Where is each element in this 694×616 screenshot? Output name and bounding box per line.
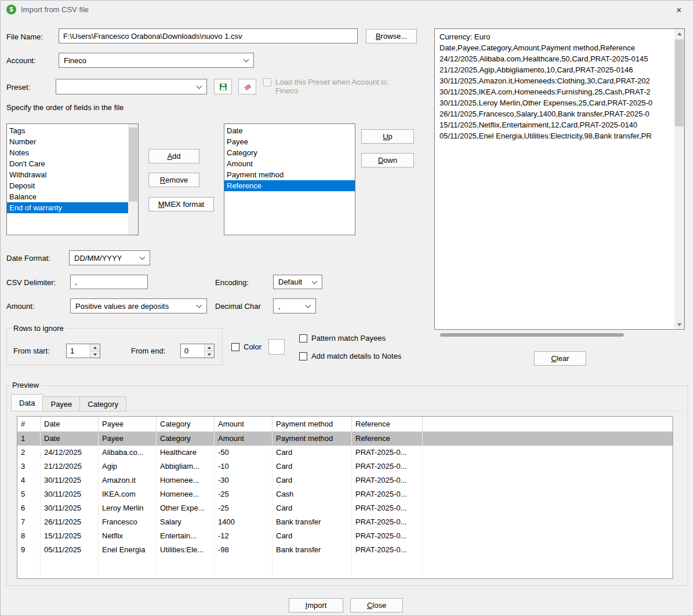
available-field-item[interactable]: Withdrawal	[7, 169, 128, 180]
chosen-field-item[interactable]: Payee	[224, 136, 355, 147]
spin-down-button[interactable]	[90, 351, 100, 358]
table-cell	[157, 557, 215, 578]
amount-dropdown[interactable]: Positive values are deposits	[70, 298, 207, 314]
add-match-details-label: Add match details to Notes	[311, 352, 401, 360]
scrollbar-thumb[interactable]	[129, 127, 137, 202]
add-button[interactable]: Add	[148, 149, 199, 163]
table-cell: 30/11/2025	[41, 487, 99, 501]
column-header[interactable]: Payment method	[272, 417, 352, 431]
up-button[interactable]: Up	[361, 129, 414, 144]
date-format-dropdown[interactable]: DD/MM/YYYY	[69, 250, 150, 265]
available-fields-scrollbar[interactable]	[128, 124, 138, 235]
mmex-format-button[interactable]: MMEX format	[148, 197, 214, 212]
account-dropdown[interactable]: Fineco	[59, 53, 254, 68]
chevron-down-icon	[197, 302, 202, 308]
save-preset-button[interactable]	[214, 79, 232, 94]
column-header[interactable]: Category	[157, 417, 215, 431]
table-header-row[interactable]: #DatePayeeCategoryAmountPayment methodRe…	[17, 417, 673, 432]
csv-preview-scrollbar[interactable]	[674, 29, 684, 329]
spin-down-button[interactable]	[204, 351, 214, 358]
table-cell: Payment method	[272, 432, 352, 446]
csv-delimiter-input[interactable]	[71, 275, 147, 289]
spin-up-button[interactable]	[90, 344, 100, 351]
file-name-field-wrap	[59, 28, 358, 43]
available-field-item[interactable]: Balance	[7, 191, 128, 202]
table-cell	[17, 557, 41, 578]
table-row[interactable]: 224/12/2025Alibaba.co...Healthcare-50Car…	[17, 446, 673, 460]
scroll-up-icon[interactable]	[674, 29, 684, 38]
chevron-down-icon	[197, 83, 202, 89]
tab-category[interactable]: Category	[80, 396, 126, 411]
clear-preset-button[interactable]	[238, 79, 256, 94]
table-row[interactable]: 726/11/2025FrancescoSalary1400Bank trans…	[17, 515, 673, 529]
chosen-field-item[interactable]: Date	[224, 125, 355, 136]
available-field-item[interactable]: Tags	[7, 125, 128, 136]
scrollbar-thumb[interactable]	[675, 39, 684, 126]
from-start-stepper[interactable]	[66, 344, 100, 358]
spin-up-button[interactable]	[204, 344, 214, 351]
eraser-icon	[243, 82, 252, 92]
encoding-dropdown[interactable]: Default	[273, 275, 322, 289]
file-name-input[interactable]	[59, 29, 357, 43]
account-label: Account:	[6, 56, 36, 65]
chevron-down-icon	[244, 57, 249, 63]
decimal-char-dropdown[interactable]: ,	[273, 298, 316, 314]
remove-button[interactable]: Remove	[148, 173, 199, 187]
available-field-item[interactable]: Number	[7, 136, 128, 147]
chosen-field-item[interactable]: Category	[224, 147, 355, 158]
clear-button[interactable]: Clear	[534, 351, 586, 366]
chosen-fields-list[interactable]: DatePayeeCategoryAmountPayment methodRef…	[224, 123, 355, 235]
table-cell: Salary	[157, 515, 215, 529]
table-row[interactable]: 815/11/2025NetflixEntertain...-12CardPRA…	[17, 529, 673, 543]
column-header[interactable]: Amount	[215, 417, 272, 431]
table-row[interactable]: 630/11/2025Leroy MerlinOther Expe...-25C…	[17, 501, 673, 515]
table-cell: Card	[272, 529, 352, 543]
tab-data[interactable]: Data	[11, 394, 43, 411]
load-preset-checkbox[interactable]: Load this Preset when Account is: Fineco	[263, 78, 388, 95]
available-field-item[interactable]: Don't Care	[7, 158, 128, 169]
preset-dropdown[interactable]	[56, 79, 207, 94]
csv-line: Currency: Euro	[439, 31, 674, 42]
pattern-match-payees-checkbox[interactable]: Pattern match Payees	[299, 334, 386, 342]
table-row[interactable]: 905/11/2025Enel EnergiaUtilities:Ele...-…	[17, 543, 673, 557]
table-cell: PRAT-2025-0...	[352, 543, 423, 557]
available-field-item[interactable]: Notes	[7, 147, 128, 158]
column-header[interactable]: Payee	[99, 417, 157, 431]
chosen-field-item[interactable]: Reference	[224, 180, 355, 191]
from-end-stepper[interactable]	[180, 344, 215, 358]
encoding-value: Default	[278, 278, 302, 286]
tab-payee[interactable]: Payee	[43, 396, 80, 411]
column-header[interactable]: Date	[41, 417, 99, 431]
from-start-input[interactable]	[67, 344, 90, 358]
table-row	[17, 557, 673, 578]
table-cell	[41, 557, 99, 578]
table-row[interactable]: 1DatePayeeCategoryAmountPayment methodRe…	[17, 432, 673, 446]
available-fields-list[interactable]: TagsNumberNotesDon't CareWithdrawalDepos…	[6, 123, 139, 235]
column-header[interactable]: #	[17, 417, 41, 431]
table-row[interactable]: 321/12/2025AgipAbbigliam...-10CardPRAT-2…	[17, 460, 673, 473]
close-button[interactable]: Close	[350, 598, 403, 613]
table-row[interactable]: 430/11/2025Amazon.itHomenee...-30CardPRA…	[17, 473, 673, 487]
csv-delimiter-field-wrap	[70, 275, 148, 289]
available-field-item[interactable]: End of warranty	[7, 202, 128, 213]
horizontal-scrollbar-thumb[interactable]	[440, 333, 624, 337]
color-checkbox[interactable]: Color	[231, 342, 261, 351]
available-field-item[interactable]: Deposit	[7, 180, 128, 191]
close-icon[interactable]: ×	[673, 4, 685, 17]
table-row[interactable]: 530/11/2025IKEA.comHomenee...-25CashPRAT…	[17, 487, 673, 501]
from-end-input[interactable]	[181, 344, 204, 358]
chosen-field-item[interactable]: Payment method	[224, 169, 355, 180]
chosen-field-item[interactable]: Amount	[224, 158, 355, 169]
table-cell: 21/12/2025	[41, 460, 99, 473]
browse-button[interactable]: Browse...	[366, 29, 417, 43]
column-header[interactable]: Reference	[352, 417, 423, 431]
table-cell: -30	[215, 473, 272, 487]
csv-preview-text: Currency: EuroDate,Payee,Category,Amount…	[435, 31, 674, 328]
table-cell	[272, 557, 352, 578]
color-swatch-button[interactable]	[268, 339, 285, 355]
import-button[interactable]: Import	[289, 598, 343, 613]
add-match-details-checkbox[interactable]: Add match details to Notes	[299, 352, 401, 360]
scroll-down-icon[interactable]	[674, 320, 684, 329]
down-button[interactable]: Down	[361, 153, 414, 167]
table-cell: 15/11/2025	[41, 529, 99, 543]
